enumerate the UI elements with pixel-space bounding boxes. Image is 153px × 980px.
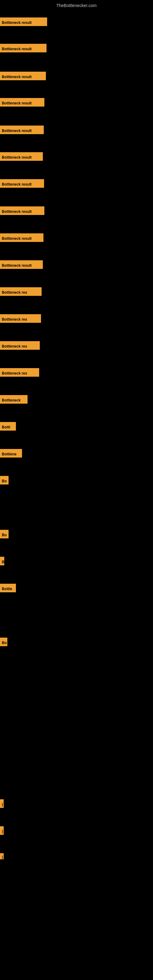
bottleneck-result-label: Bottleneck res — [0, 314, 41, 323]
bottleneck-result-label: Bottleneck result — [0, 207, 45, 215]
bottleneck-result-label: Bottleneck result — [0, 260, 43, 269]
bottleneck-result-label: | — [0, 799, 4, 808]
bottleneck-result-label: Bottlene — [0, 449, 22, 458]
bottleneck-result-label: Bottleneck result — [0, 44, 46, 52]
bottleneck-result-label: | — [0, 853, 4, 859]
bottleneck-result-label: Bottleneck result — [0, 152, 43, 161]
bottleneck-result-label: Bottleneck result — [0, 233, 43, 242]
bottleneck-result-label: Bottleneck res — [0, 368, 39, 377]
bottleneck-result-label: Bottleneck result — [0, 72, 46, 80]
bottleneck-result-label: Bo — [0, 638, 7, 646]
site-title: TheBottlenecker.com — [0, 2, 153, 10]
bottleneck-result-label: | — [0, 826, 4, 835]
bottleneck-result-label: Bottl — [0, 422, 16, 431]
bottleneck-result-label: Bottle — [0, 584, 16, 592]
bottleneck-result-label: Bottleneck res — [0, 287, 41, 296]
bottleneck-result-label: B — [0, 557, 4, 565]
bottleneck-result-label: Bottleneck result — [0, 18, 47, 26]
bottleneck-result-label: Bottleneck res — [0, 341, 40, 350]
bottleneck-result-label: Bottleneck — [0, 395, 27, 404]
bottleneck-result-label: Bottleneck result — [0, 179, 44, 188]
bottleneck-result-label: Bottleneck result — [0, 126, 44, 134]
bottleneck-result-label: Bottleneck result — [0, 98, 45, 107]
bottleneck-result-label: Bo — [0, 530, 9, 538]
bottleneck-result-label: Bo — [0, 476, 9, 485]
